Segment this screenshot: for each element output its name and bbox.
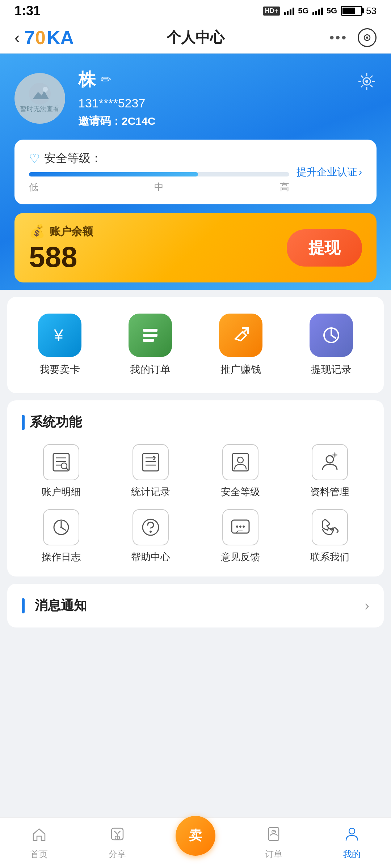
sell-center-button[interactable]: 卖 (176, 816, 215, 856)
balance-title-row: 💰 账户余额 (29, 224, 93, 239)
network-label-2: 5G (327, 6, 337, 16)
promote-icon (219, 314, 262, 357)
invite-label: 邀请码： (78, 115, 122, 127)
scan-icon (362, 32, 373, 43)
withdraw-records-label: 提现记录 (311, 363, 352, 376)
avatar[interactable]: 暂时无法查看 (14, 73, 65, 124)
nav-item-share[interactable]: 分享 (78, 826, 156, 860)
nav-item-sell[interactable]: 卖 (156, 816, 235, 863)
svg-point-36 (237, 457, 243, 463)
withdraw-button[interactable]: 提现 (287, 229, 362, 267)
func-account-detail[interactable]: 账户明细 (18, 444, 104, 498)
action-my-orders[interactable]: 我的订单 (129, 314, 172, 376)
more-button[interactable]: ••• (329, 30, 348, 45)
section-bar (22, 415, 25, 430)
bottom-nav: 首页 分享 卖 订单 (0, 817, 391, 868)
svg-point-45 (150, 531, 152, 533)
notification-arrow: › (365, 597, 369, 614)
security-bar-bg (29, 172, 289, 176)
balance-left: 💰 账户余额 588 (29, 224, 93, 272)
action-sell-card[interactable]: ¥ 我要卖卡 (38, 314, 81, 376)
help-center-label: 帮助中心 (131, 550, 170, 563)
nav-item-mine[interactable]: 我的 (313, 826, 391, 860)
balance-title: 账户余额 (50, 224, 93, 239)
svg-text:¥: ¥ (54, 326, 63, 345)
svg-point-48 (239, 526, 241, 528)
app-logo: 7 0 KA (24, 27, 82, 48)
settings-button[interactable] (357, 72, 377, 95)
svg-point-43 (60, 527, 62, 528)
sell-card-label: 我要卖卡 (39, 363, 80, 376)
balance-card: 💰 账户余额 588 提现 (14, 213, 377, 282)
avatar-mountain-icon (29, 83, 51, 105)
back-button[interactable]: ‹ (14, 29, 20, 47)
upgrade-certification-button[interactable]: 提升企业认证 › (297, 165, 362, 179)
action-withdraw-records[interactable]: 提现记录 (310, 314, 353, 376)
mine-icon (344, 826, 360, 846)
nav-item-orders[interactable]: 订单 (235, 826, 313, 860)
page-title: 个人中心 (167, 27, 224, 47)
mine-label: 我的 (343, 848, 361, 860)
func-profile-mgmt[interactable]: 资料管理 (287, 444, 373, 498)
status-icons: HD+ 5G 5G 53 (263, 5, 377, 17)
func-contact-us[interactable]: 联系我们 (287, 509, 373, 563)
quick-actions-grid: ¥ 我要卖卡 我的订单 推广赚钱 (14, 310, 377, 380)
logo-svg: 7 0 KA (24, 27, 82, 48)
clock-icon (320, 324, 342, 346)
nav-bar: ‹ 7 0 KA 个人中心 ••• (0, 22, 391, 54)
svg-point-47 (236, 526, 238, 528)
hd-badge: HD+ (263, 7, 281, 16)
operation-log-icon (43, 509, 79, 545)
notification-section: 消息通知 › (7, 584, 384, 627)
system-functions-section: 系统功能 账户明细 (7, 400, 384, 576)
security-label-mid: 中 (154, 181, 164, 193)
security-title: 安全等级： (44, 150, 102, 166)
heart-icon: ♡ (29, 151, 40, 166)
account-detail-icon (43, 444, 79, 480)
sell-label: 卖 (189, 827, 202, 844)
quick-actions-section: ¥ 我要卖卡 我的订单 推广赚钱 (7, 297, 384, 393)
yen-icon: ¥ (49, 324, 71, 346)
nav-item-home[interactable]: 首页 (0, 826, 78, 860)
svg-line-24 (331, 335, 336, 338)
my-orders-icon (129, 314, 172, 357)
func-operation-log[interactable]: 操作日志 (18, 509, 104, 563)
profile-phone: 131****5237 (78, 96, 377, 110)
svg-point-8 (365, 80, 368, 83)
my-orders-label: 我的订单 (130, 363, 171, 376)
scan-button[interactable] (358, 28, 377, 47)
edit-profile-button[interactable]: ✏ (101, 72, 112, 87)
stats-records-label: 统计记录 (131, 485, 170, 498)
status-bar: 1:31 HD+ 5G 5G 53 (0, 0, 391, 22)
stats-records-icon (133, 444, 169, 480)
notification-row[interactable]: 消息通知 › (14, 597, 377, 614)
svg-rect-19 (143, 334, 157, 337)
svg-line-13 (361, 76, 363, 78)
security-left: ♡ 安全等级： 低 中 高 (29, 150, 289, 193)
security-bar-fill (29, 172, 198, 176)
wallet-icon: 💰 (29, 224, 45, 239)
notification-left: 消息通知 (22, 597, 87, 614)
func-feedback[interactable]: 意见反馈 (197, 509, 283, 563)
balance-amount: 588 (29, 243, 93, 272)
func-security-level[interactable]: 安全等级 (197, 444, 283, 498)
svg-line-14 (370, 85, 373, 87)
svg-line-15 (370, 76, 373, 78)
svg-line-21 (243, 328, 248, 333)
functions-grid: 账户明细 统计记录 (14, 444, 377, 563)
profile-invite: 邀请码：2C14C (78, 114, 377, 129)
profile-row: 暂时无法查看 株 ✏ 131****5237 邀请码：2C14C (14, 68, 377, 129)
func-help-center[interactable]: 帮助中心 (108, 509, 194, 563)
withdraw-records-icon (310, 314, 353, 357)
header-section: 暂时无法查看 株 ✏ 131****5237 邀请码：2C14C (0, 54, 391, 290)
security-bar (29, 172, 289, 176)
func-stats-records[interactable]: 统计记录 (108, 444, 194, 498)
action-promote[interactable]: 推广赚钱 (219, 314, 262, 376)
contact-us-label: 联系我们 (310, 550, 349, 563)
svg-point-55 (349, 828, 355, 834)
bottom-spacer (0, 635, 391, 693)
promote-label: 推广赚钱 (220, 363, 261, 376)
svg-rect-20 (143, 339, 154, 342)
battery-icon (341, 6, 362, 16)
svg-rect-18 (143, 329, 157, 332)
